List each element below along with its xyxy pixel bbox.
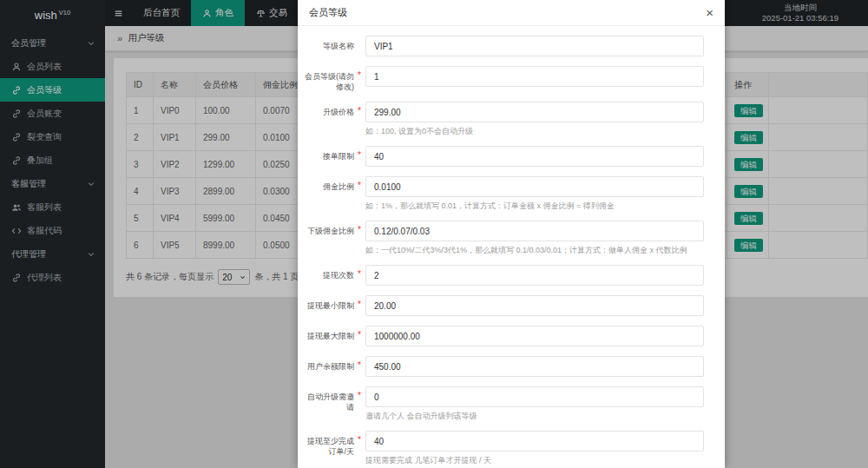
field-label: 升级价格* xyxy=(304,102,354,136)
required-asterisk: * xyxy=(358,225,361,235)
required-asterisk: * xyxy=(358,269,361,280)
required-asterisk: * xyxy=(358,70,361,81)
field-label-text: 提现最大限制 xyxy=(307,332,354,340)
field-hint: 如：一代10%/二代3%/3代1%，那么就填写 0.1/0.03/0.01；计算… xyxy=(365,245,704,255)
form-field-4: 佣金比例*如：1%，那么就填写 0.01，计算方式：订单金额 x 佣金比例 = … xyxy=(304,176,704,211)
field-control: 邀请几个人 会自动升级到该等级 xyxy=(365,386,704,421)
field-control: 提现需要完成 几笔订单才开提现 / 天 xyxy=(365,431,704,465)
field-input-8[interactable] xyxy=(365,326,704,346)
required-asterisk: * xyxy=(358,391,361,401)
field-input-3[interactable] xyxy=(365,146,704,167)
field-control xyxy=(365,295,704,316)
form-field-11: 提现至少完成订单/天*提现需要完成 几笔订单才开提现 / 天 xyxy=(304,431,704,465)
field-label: 下级佣金比例* xyxy=(304,221,354,255)
form-field-9: 用户余额限制* xyxy=(304,356,704,377)
app-root: wishV10 会员管理会员列表会员等级会员账变裂变查询叠加组客服管理客服列表客… xyxy=(0,0,868,468)
required-asterisk: * xyxy=(358,150,361,161)
field-input-11[interactable] xyxy=(365,431,704,452)
form-field-2: 升级价格*如：100, 设置为0不会自动升级 xyxy=(304,102,704,136)
field-input-2[interactable] xyxy=(365,102,704,122)
field-hint: 邀请几个人 会自动升级到该等级 xyxy=(365,411,704,421)
form-field-6: 提现次数* xyxy=(304,265,704,286)
field-control xyxy=(365,146,704,167)
field-label: 接单限制* xyxy=(304,146,354,167)
field-label: 自动升级需邀请* xyxy=(304,386,354,421)
field-control xyxy=(365,356,704,377)
field-label-text: 佣金比例 xyxy=(323,182,354,191)
form-field-3: 接单限制* xyxy=(304,146,704,167)
field-hint: 如：100, 设置为0不会自动升级 xyxy=(365,126,704,136)
field-input-6[interactable] xyxy=(365,265,704,286)
field-input-5[interactable] xyxy=(365,221,704,241)
field-control xyxy=(365,326,704,346)
field-label-text: 接单限制 xyxy=(323,152,354,161)
modal-title: 会员等级 xyxy=(309,6,347,19)
field-hint: 提现需要完成 几笔订单才开提现 / 天 xyxy=(365,455,704,465)
field-control: 如：1%，那么就填写 0.01，计算方式：订单金额 x 佣金比例 = 得到佣金 xyxy=(365,176,704,211)
form-field-1: 会员等级(请勿修改)* xyxy=(304,66,704,92)
field-label-text: 用户余额限制 xyxy=(307,362,354,371)
field-control xyxy=(365,265,704,286)
field-label-text: 提现最小限制 xyxy=(307,301,354,310)
field-label: 用户余额限制* xyxy=(304,356,354,377)
field-label: 提现至少完成订单/天* xyxy=(304,431,354,465)
field-label-text: 提现至少完成订单/天 xyxy=(307,437,354,456)
field-hint: 如：1%，那么就填写 0.01，计算方式：订单金额 x 佣金比例 = 得到佣金 xyxy=(365,201,704,211)
field-input-0[interactable] xyxy=(365,36,704,56)
modal-form: 等级名称会员等级(请勿修改)*升级价格*如：100, 设置为0不会自动升级接单限… xyxy=(298,26,725,468)
form-field-0: 等级名称 xyxy=(304,36,704,56)
field-label-text: 会员等级(请勿修改) xyxy=(305,72,354,91)
field-input-7[interactable] xyxy=(365,295,704,316)
field-label-text: 升级价格 xyxy=(323,108,354,116)
field-label-text: 等级名称 xyxy=(323,42,354,50)
field-label-text: 下级佣金比例 xyxy=(307,227,354,235)
form-field-8: 提现最大限制* xyxy=(304,326,704,346)
field-control: 如：一代10%/二代3%/3代1%，那么就填写 0.1/0.03/0.01；计算… xyxy=(365,221,704,255)
required-asterisk: * xyxy=(358,300,361,310)
field-input-9[interactable] xyxy=(365,356,704,377)
member-level-modal: 会员等级 × 等级名称会员等级(请勿修改)*升级价格*如：100, 设置为0不会… xyxy=(298,0,725,468)
close-icon[interactable]: × xyxy=(706,6,713,19)
field-label-text: 提现次数 xyxy=(323,271,354,280)
field-label-text: 自动升级需邀请 xyxy=(307,392,354,412)
field-label: 等级名称 xyxy=(304,36,354,56)
field-input-4[interactable] xyxy=(365,176,704,197)
field-input-10[interactable] xyxy=(365,386,704,407)
modal-header: 会员等级 × xyxy=(298,0,725,26)
form-field-10: 自动升级需邀请*邀请几个人 会自动升级到该等级 xyxy=(304,386,704,421)
field-control xyxy=(365,36,704,56)
form-field-5: 下级佣金比例*如：一代10%/二代3%/3代1%，那么就填写 0.1/0.03/… xyxy=(304,221,704,255)
field-control: 如：100, 设置为0不会自动升级 xyxy=(365,102,704,136)
field-input-1[interactable] xyxy=(365,66,704,87)
required-asterisk: * xyxy=(358,106,361,116)
field-label: 会员等级(请勿修改)* xyxy=(304,66,354,92)
required-asterisk: * xyxy=(358,330,361,340)
field-control xyxy=(365,66,704,92)
field-label: 提现最小限制* xyxy=(304,295,354,316)
required-asterisk: * xyxy=(358,181,361,191)
required-asterisk: * xyxy=(358,435,361,445)
field-label: 提现次数* xyxy=(304,265,354,286)
field-label: 佣金比例* xyxy=(304,176,354,211)
required-asterisk: * xyxy=(358,360,361,371)
form-field-7: 提现最小限制* xyxy=(304,295,704,316)
field-label: 提现最大限制* xyxy=(304,326,354,346)
